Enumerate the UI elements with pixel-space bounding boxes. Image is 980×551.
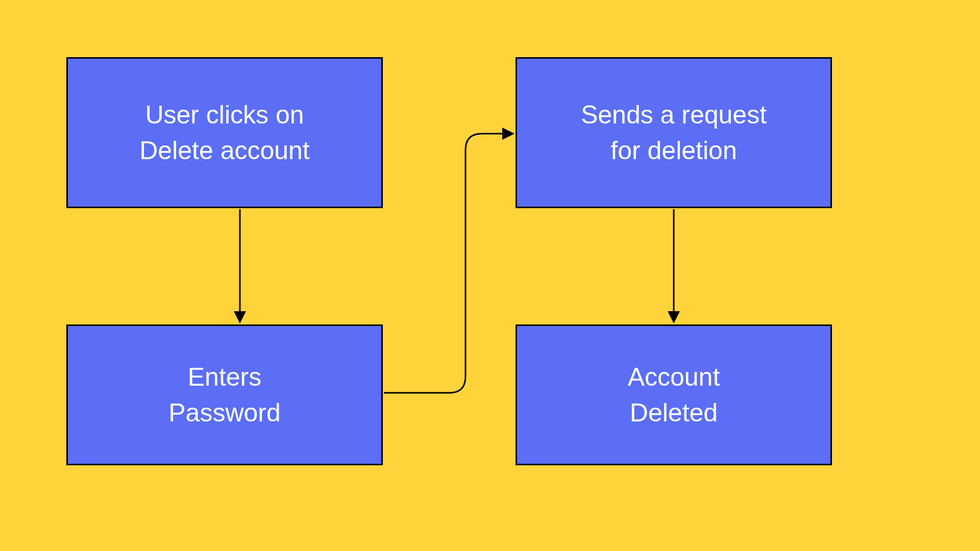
flow-node-label: User clicks on Delete account (139, 97, 310, 168)
flow-node-account-deleted: Account Deleted (516, 324, 832, 465)
flow-node-sends-request: Sends a request for deletion (516, 57, 832, 208)
flow-node-label: Sends a request for deletion (581, 97, 767, 168)
flow-node-label: Enters Password (168, 359, 281, 431)
arrow-n2-n3 (384, 134, 511, 393)
flow-node-enters-password: Enters Password (66, 324, 383, 465)
flowchart-canvas: User clicks on Delete account Enters Pas… (0, 0, 980, 551)
flow-node-user-clicks-delete: User clicks on Delete account (66, 57, 383, 208)
flow-node-label: Account Deleted (628, 359, 720, 431)
